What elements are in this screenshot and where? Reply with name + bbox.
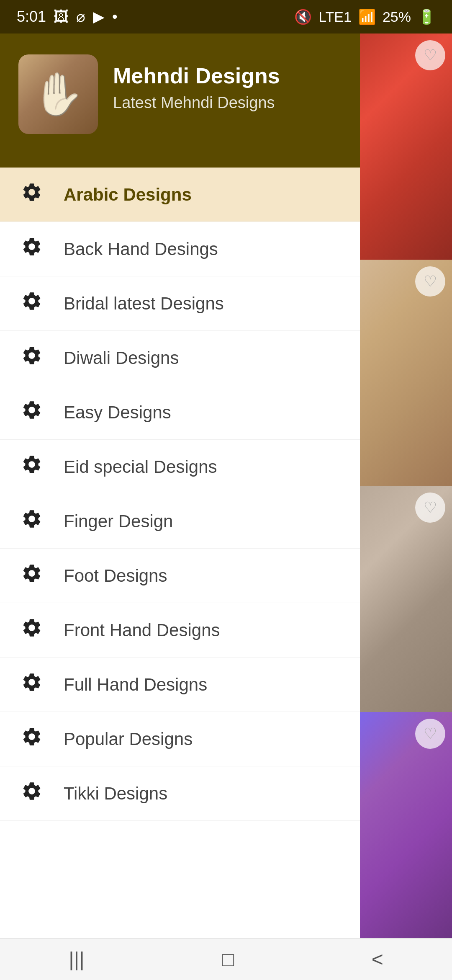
home-button[interactable]: □ [209, 944, 247, 975]
app-title-block: Mehndi Designs Latest Mehndi Designs [113, 54, 280, 112]
card-4: ♡ [352, 712, 452, 938]
gear-icon [18, 236, 45, 263]
menu-item-tikki[interactable]: Tikki Designs [0, 766, 360, 821]
menu-item-bridal[interactable]: Bridal latest Designs [0, 276, 360, 331]
gear-icon [18, 726, 45, 753]
status-time: 5:01 [17, 8, 46, 26]
menu-item-popular[interactable]: Popular Designs [0, 712, 360, 766]
menu-item-label: Full Hand Designs [64, 675, 207, 695]
dot-icon: • [112, 8, 118, 26]
status-right: 🔇 LTE1 📶 25% 🔋 [294, 8, 435, 25]
app-title: Mehndi Designs [113, 63, 280, 89]
menu-item-label: Diwali Designs [64, 348, 179, 368]
menu-item-backhand[interactable]: Back Hand Desings [0, 222, 360, 276]
battery-icon: 🔋 [418, 8, 435, 25]
youtube-icon: ▶ [93, 8, 105, 26]
status-left: 5:01 🖼 ⌀ ▶ • [17, 8, 118, 26]
menu-item-finger[interactable]: Finger Design [0, 494, 360, 549]
menu-item-label: Back Hand Desings [64, 239, 218, 259]
navigation-drawer: Mehndi Designs Latest Mehndi Designs Ara… [0, 34, 360, 938]
gear-icon [18, 181, 45, 208]
menu-item-label: Foot Designs [64, 566, 167, 586]
nav-bar: ||| □ < [0, 938, 452, 980]
favorite-btn-1[interactable]: ♡ [415, 40, 445, 70]
menu-item-fronthand[interactable]: Front Hand Designs [0, 603, 360, 658]
menu-item-label: Finger Design [64, 511, 173, 531]
menu-item-label: Eid special Designs [64, 457, 217, 477]
menu-item-foot[interactable]: Foot Designs [0, 549, 360, 603]
app-icon-image [18, 54, 98, 134]
menu-item-eid[interactable]: Eid special Designs [0, 440, 360, 494]
signal-bars-icon: 📶 [358, 8, 376, 25]
gear-icon [18, 290, 45, 317]
menu-item-label: Front Hand Designs [64, 620, 220, 640]
favorite-btn-2[interactable]: ♡ [415, 266, 445, 297]
gear-icon [18, 671, 45, 698]
gear-icon [18, 454, 45, 480]
gear-icon [18, 780, 45, 807]
menu-item-diwali[interactable]: Diwali Designs [0, 331, 360, 385]
menu-item-fullhand[interactable]: Full Hand Designs [0, 658, 360, 712]
gear-icon [18, 345, 45, 371]
signal-label: LTE1 [318, 9, 352, 25]
menu-item-arabic[interactable]: Arabic Designs [0, 168, 360, 222]
app-subtitle: Latest Mehndi Designs [113, 94, 280, 112]
menu-item-label: Arabic Designs [64, 185, 192, 205]
gear-icon [18, 508, 45, 535]
menu-item-easy[interactable]: Easy Designs [0, 385, 360, 440]
recent-apps-button[interactable]: ||| [56, 944, 97, 975]
favorite-btn-3[interactable]: ♡ [415, 493, 445, 523]
card-3: ♡ [352, 486, 452, 712]
sim-icon: ⌀ [76, 8, 85, 26]
favorite-btn-4[interactable]: ♡ [415, 719, 445, 749]
drawer-header: Mehndi Designs Latest Mehndi Designs [0, 34, 360, 168]
app-icon [18, 54, 98, 134]
gear-icon [18, 399, 45, 426]
right-cards-panel: ♡ ♡ ♡ ♡ [352, 34, 452, 938]
status-bar: 5:01 🖼 ⌀ ▶ • 🔇 LTE1 📶 25% 🔋 [0, 0, 452, 34]
menu-list: Arabic Designs Back Hand Desings Bridal … [0, 168, 360, 938]
back-button[interactable]: < [359, 944, 396, 975]
menu-item-label: Bridal latest Designs [64, 294, 224, 314]
photo-icon: 🖼 [54, 8, 69, 26]
menu-item-label: Tikki Designs [64, 784, 167, 804]
gear-icon [18, 562, 45, 589]
battery-label: 25% [383, 9, 411, 25]
mute-icon: 🔇 [294, 8, 312, 25]
gear-icon [18, 617, 45, 644]
card-2: ♡ [352, 260, 452, 486]
card-1: ♡ [352, 34, 452, 260]
menu-item-label: Easy Designs [64, 402, 171, 423]
menu-item-label: Popular Designs [64, 729, 193, 749]
